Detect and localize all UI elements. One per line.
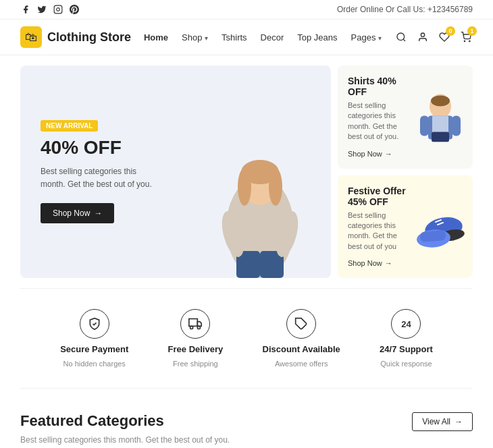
logo-icon: 🛍 [20,26,42,48]
header-icons: 0 1 [394,30,473,44]
feature-2-desc: Free shipping [173,360,218,368]
chevron-down-icon: ▾ [205,34,208,42]
feature-discount: Discount Available Awesome offers [263,309,340,368]
instagram-icon[interactable] [53,4,63,15]
wishlist-badge: 0 [446,26,455,36]
feature-1-title: Secure Payment [60,344,128,354]
feature-support: 24 24/7 Support Quick response [380,309,433,368]
feature-3-desc: Awesome offers [275,360,328,368]
tag-icon [286,309,316,339]
hero-card-1-link[interactable]: Shop Now → [348,150,392,158]
section-description: Best selling categories this month. Get … [20,435,473,445]
feature-4-title: 24/7 Support [380,344,433,354]
hero-side-cards: Shirts 40% OFF Best selling categories t… [338,65,473,278]
cart-button[interactable]: 1 [459,30,473,44]
logo-text: Clothing Store [47,30,131,45]
svg-point-33 [190,326,193,329]
svg-rect-21 [439,132,449,142]
hero-section: NEW ARRIVAL 40% OFF Best selling categor… [20,65,473,278]
hero-card-festive: Festive Offer 45% OFF Best selling categ… [338,175,473,279]
chevron-down-icon-2: ▾ [378,34,382,42]
cart-badge: 1 [467,26,477,36]
nav-tshirts[interactable]: Tshirts [222,32,247,43]
shield-icon [80,309,109,339]
arrow-icon: → [94,208,102,218]
top-bar: Order Online Or Call Us: +123456789 [0,0,493,20]
arrow-icon-2: → [385,150,392,158]
svg-rect-31 [189,319,198,327]
hero-card-2-desc: Best selling categories this month. Get … [348,211,411,252]
header: 🛍 Clothing Store Home Shop ▾ Tshirts Dec… [0,20,493,55]
feature-1-desc: No hidden charges [63,360,126,368]
nav-top-jeans[interactable]: Top Jeans [297,32,337,43]
svg-point-2 [397,33,405,40]
svg-rect-0 [54,5,62,13]
contact-info: Order Online Or Call Us: +123456789 [337,5,473,14]
pinterest-icon[interactable] [69,4,80,15]
svg-point-10 [238,168,251,206]
svg-point-6 [469,40,470,41]
svg-point-5 [464,40,465,41]
hero-card-shirts: Shirts 40% OFF Best selling categories t… [338,65,473,169]
hero-card-2-link[interactable]: Shop Now → [348,259,392,267]
feature-free-delivery: Free Delivery Free shipping [168,309,224,368]
svg-rect-22 [420,116,429,136]
section-title: Featured Categories [20,412,164,430]
svg-point-11 [269,168,282,206]
shirt-image [413,92,467,142]
feature-secure-payment: Secure Payment No hidden charges [60,309,128,368]
social-icons [20,4,80,15]
feature-4-desc: Quick response [380,360,432,368]
navigation: Home Shop ▾ Tshirts Decor Top Jeans Page… [144,32,382,43]
arrow-icon-4: → [455,417,463,426]
featured-categories-section: Featured Categories View All → Best sell… [0,399,493,448]
svg-point-34 [198,326,201,329]
svg-point-4 [421,33,424,36]
facebook-icon[interactable] [20,4,31,15]
view-all-button[interactable]: View All → [412,412,473,431]
svg-marker-32 [198,322,202,327]
nav-shop[interactable]: Shop ▾ [182,32,208,43]
logo: 🛍 Clothing Store [20,26,131,48]
nav-home[interactable]: Home [144,32,168,43]
feature-3-title: Discount Available [263,344,340,354]
svg-line-3 [403,39,405,41]
user-button[interactable] [416,30,430,44]
hero-person-image [196,146,324,278]
section-header: Featured Categories View All → [20,412,473,431]
shoes-image [413,201,467,252]
hero-card-1-desc: Best selling categories this month. Get … [348,101,411,142]
feature-2-title: Free Delivery [168,344,224,354]
hero-card-1-title: Shirts 40% OFF [348,76,411,97]
wishlist-button[interactable]: 0 [438,30,451,44]
hero-main-banner: NEW ARRIVAL 40% OFF Best selling categor… [20,65,331,278]
arrow-icon-3: → [385,259,392,267]
section-title-group: Featured Categories [20,412,164,430]
truck-icon [180,309,210,339]
twitter-icon[interactable] [36,4,47,15]
svg-rect-23 [452,116,461,136]
svg-point-17 [431,96,450,107]
nav-pages[interactable]: Pages ▾ [351,32,382,43]
features-section: Secure Payment No hidden charges Free De… [20,288,473,389]
nav-decor[interactable]: Decor [261,32,284,43]
search-button[interactable] [394,30,408,44]
hero-badge: NEW ARRIVAL [41,120,98,132]
clock-icon: 24 [391,309,421,339]
hero-shop-now-button[interactable]: Shop Now → [41,203,114,223]
hero-card-2-title: Festive Offer 45% OFF [348,186,411,207]
